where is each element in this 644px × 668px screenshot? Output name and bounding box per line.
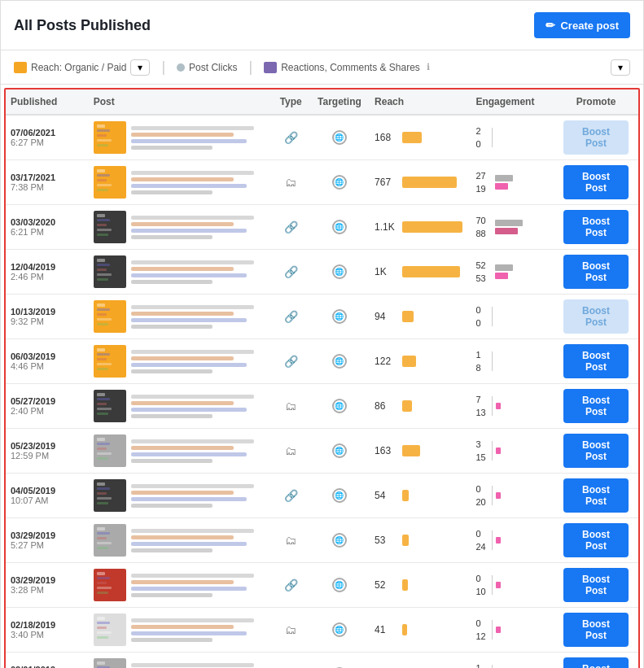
reach-bar-wrap [402,176,466,189]
cell-published: 03/29/2019 3:28 PM [6,563,89,608]
reach-cell: 53 [375,534,466,547]
cell-promote: Boost Post [554,160,638,205]
table-row: 05/27/2019 2:40 PM 🗂 🌐 86 [6,384,638,429]
globe-icon: 🌐 [332,309,347,324]
post-thumb [94,121,268,154]
globe-icon: 🌐 [332,443,347,458]
boost-post-button[interactable]: Boost Post [563,478,629,513]
reach-bar [402,266,459,277]
cell-reach: 41 [370,608,471,653]
reach-bar-wrap [402,220,466,234]
cell-promote: Boost Post [554,563,638,608]
cell-post [89,295,273,339]
cell-post [89,384,273,429]
table-row: 02/18/2019 3:40 PM 🗂 🌐 41 [6,608,638,653]
reach-number: 1.1K [375,221,397,233]
cell-engagement: 2719 [471,160,554,205]
globe-icon: 🌐 [332,130,347,145]
legend-more-dropdown[interactable]: ▾ [611,59,630,76]
reach-number: 54 [375,490,397,501]
globe-icon: 🌐 [332,578,347,592]
boost-post-button[interactable]: Boost Post [563,344,629,378]
th-targeting: Targeting [309,90,370,115]
published-date: 12/04/2019 [11,262,84,272]
post-clicks-dot [177,63,185,72]
published-date: 05/27/2019 [11,396,84,406]
cell-engagement: 7088 [471,205,554,250]
cell-published: 05/27/2019 2:40 PM [6,384,89,429]
reach-bar-wrap [402,578,466,592]
globe-icon: 🌐 [332,175,347,190]
published-time: 3:40 PM [11,630,84,640]
reactions-legend-label: Reactions, Comments & Shares [281,62,420,73]
published-time: 3:28 PM [11,585,84,595]
cell-reach: 168 [370,115,471,160]
reach-bar [402,490,409,501]
th-post: Post [89,90,273,115]
reach-cell: 86 [375,399,466,413]
cell-targeting: 🌐 [309,160,370,205]
create-post-button[interactable]: ✏ Create post [534,12,630,38]
table-row: 02/01/2019 4:25 PM 🗂 🌐 36 [6,653,638,669]
boost-post-button[interactable]: Boost Post [563,299,629,334]
posts-table: Published Post Type Targeting Reach Enga… [6,90,638,668]
cell-promote: Boost Post [554,653,638,669]
boost-post-button[interactable]: Boost Post [563,523,629,557]
th-promote: Promote [554,90,638,115]
reactions-info-icon: ℹ [427,62,430,72]
cell-post [89,653,273,669]
reach-bar-wrap [402,265,466,278]
cell-promote: Boost Post [554,250,638,295]
post-thumb [94,166,268,199]
cell-reach: 36 [370,653,471,669]
post-thumb [94,524,268,557]
cell-reach: 1K [370,250,471,295]
cell-engagement: 5253 [471,250,554,295]
legend-divider2: | [248,59,252,76]
cell-published: 02/01/2019 4:25 PM [6,653,89,669]
boost-post-button[interactable]: Boost Post [563,613,629,647]
reach-bar-wrap [402,444,466,457]
cell-published: 03/29/2019 5:27 PM [6,518,89,563]
cell-post [89,115,273,160]
reach-cell: 41 [375,623,466,636]
cell-targeting: 🌐 [309,518,370,563]
cell-engagement: 010 [471,563,554,608]
cell-targeting: 🌐 [309,295,370,339]
type-icon: 🔗 [278,220,304,234]
published-time: 5:27 PM [11,540,84,550]
th-type: Type [273,90,309,115]
boost-post-button[interactable]: Boost Post [563,389,629,423]
table-header-row: Published Post Type Targeting Reach Enga… [6,90,638,115]
cell-engagement: 024 [471,518,554,563]
boost-post-button[interactable]: Boost Post [563,210,629,244]
reach-dropdown-button[interactable]: ▾ [130,59,150,76]
reach-bar [402,624,407,635]
boost-post-button[interactable]: Boost Post [563,120,629,155]
reach-number: 86 [375,400,397,412]
boost-post-button[interactable]: Boost Post [563,434,629,468]
post-thumb [94,479,268,512]
reach-swatch [14,62,27,73]
published-date: 06/03/2019 [11,351,84,361]
cell-reach: 86 [370,384,471,429]
cell-type: 🗂 [273,160,309,205]
reach-bar-wrap [402,623,466,636]
reach-bar-wrap [402,399,466,413]
boost-post-button[interactable]: Boost Post [563,657,629,668]
post-thumb [94,434,268,467]
cell-targeting: 🌐 [309,429,370,474]
table-row: 10/13/2019 9:32 PM 🔗 🌐 94 [6,295,638,339]
cell-promote: Boost Post [554,608,638,653]
reach-number: 52 [375,579,397,591]
boost-post-button[interactable]: Boost Post [563,255,629,289]
boost-post-button[interactable]: Boost Post [563,568,629,602]
reach-bar-wrap [402,310,466,323]
cell-published: 02/18/2019 3:40 PM [6,608,89,653]
boost-post-button[interactable]: Boost Post [563,165,629,199]
cell-targeting: 🌐 [309,115,370,160]
cell-engagement: 00 [471,295,554,339]
cell-published: 03/03/2020 6:21 PM [6,205,89,250]
cell-type: 🔗 [273,474,309,518]
reach-bar-wrap [402,534,466,547]
